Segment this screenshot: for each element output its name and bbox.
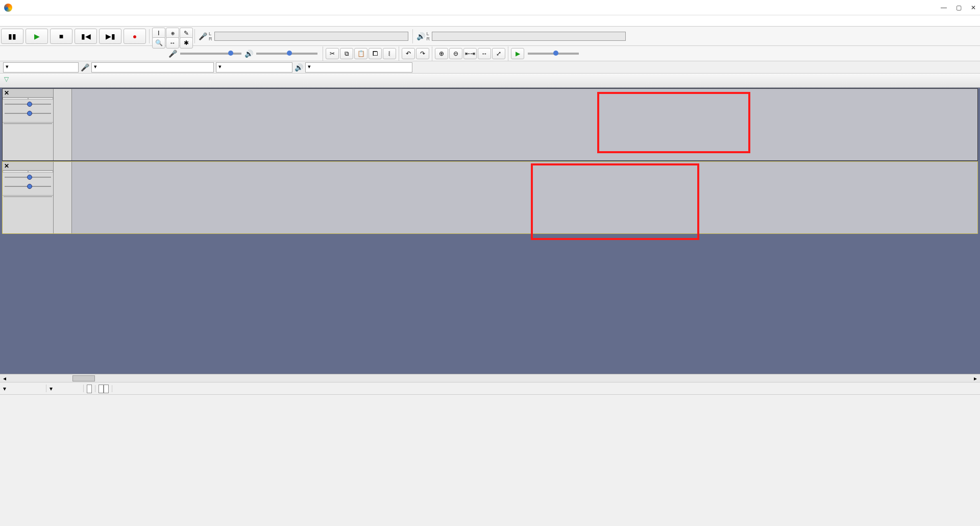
track-1-gain-slider[interactable]	[5, 101, 51, 108]
undo-icon: ↶	[406, 50, 411, 57]
record-button[interactable]: ●	[124, 29, 146, 44]
zoom-tool[interactable]: 🔍	[152, 37, 165, 49]
track-2-solo[interactable]	[28, 171, 54, 173]
timeshift-tool[interactable]: ↔	[166, 37, 179, 49]
zoom-toggle-button[interactable]: ⤢	[492, 48, 505, 59]
track-2-pan-slider[interactable]	[5, 183, 51, 190]
track-2-panel: ✕	[3, 162, 54, 233]
skip-end-button[interactable]: ▶▮	[99, 29, 121, 44]
fit-proj-icon: ↔	[481, 50, 487, 57]
close-button[interactable]: ✕	[971, 4, 976, 11]
play-lr-label: LR	[427, 31, 430, 41]
play-meter-ticks	[432, 32, 625, 40]
undo-button[interactable]: ↶	[402, 48, 415, 59]
zoom-in-icon: ⊕	[439, 50, 444, 57]
audio-position[interactable]	[87, 385, 92, 393]
fit-selection-button[interactable]: ⇤⇥	[463, 48, 477, 59]
cut-button[interactable]: ✂	[326, 48, 339, 59]
copy-button[interactable]: ⧉	[340, 48, 353, 59]
horizontal-scrollbar[interactable]: ◂ ▸	[0, 374, 980, 382]
scroll-right-icon[interactable]: ▸	[974, 375, 977, 382]
track-1-mute[interactable]	[3, 98, 28, 100]
titlebar: ― ▢ ✕	[0, 0, 980, 15]
zoom-out-button[interactable]: ⊖	[449, 48, 462, 59]
menubar	[0, 15, 980, 27]
skip-end-icon: ▶▮	[106, 33, 115, 40]
play-button[interactable]: ▶	[26, 29, 48, 44]
menu-transport[interactable]	[31, 20, 37, 22]
tools-grid: Ⅰ ⎈ ✎ 🔍 ↔ ✱	[152, 27, 192, 45]
trim-icon: ⧠	[372, 50, 378, 57]
play-speed-icon: ▶	[516, 50, 520, 57]
app-logo	[4, 4, 12, 12]
silence-button[interactable]: ⧙	[383, 48, 396, 59]
menu-tracks[interactable]	[38, 20, 44, 22]
mic-vol-icon: 🎤	[168, 50, 177, 57]
skip-start-button[interactable]: ▮◀	[75, 29, 97, 44]
paste-icon: 📋	[357, 50, 365, 57]
pencil-icon: ✎	[184, 30, 189, 37]
zoom-in-button[interactable]: ⊕	[435, 48, 448, 59]
selection-start[interactable]	[99, 385, 104, 393]
track-1: ✕	[2, 88, 978, 161]
minimize-button[interactable]: ―	[941, 4, 947, 11]
track-1-vscale	[54, 89, 72, 160]
sample-rate-select[interactable]: ▾	[3, 385, 43, 392]
speed-slider[interactable]	[528, 53, 579, 55]
silence-icon: ⧙	[388, 50, 391, 57]
menu-edit[interactable]	[9, 20, 15, 22]
stop-button[interactable]: ■	[50, 29, 72, 44]
play-icon: ▶	[34, 33, 40, 40]
menu-file[interactable]	[2, 20, 8, 22]
stop-icon: ■	[59, 33, 63, 40]
menu-view[interactable]	[23, 20, 30, 22]
channels-select[interactable]: ▾	[216, 62, 292, 73]
output-device-select[interactable]: ▾	[305, 62, 412, 73]
zoom-out-icon: ⊖	[453, 50, 458, 57]
track-2-gain-slider[interactable]	[5, 174, 51, 181]
menu-select[interactable]	[16, 20, 22, 22]
menu-tools[interactable]	[66, 20, 72, 22]
pause-button[interactable]: ▮▮	[1, 29, 23, 44]
track-1-close[interactable]: ✕	[4, 89, 10, 97]
track-2-vscale	[54, 162, 72, 233]
timeline-ruler[interactable]: ▽	[0, 74, 980, 88]
recording-meter[interactable]	[214, 32, 408, 41]
audio-host-select[interactable]: ▾	[3, 62, 79, 73]
play-at-speed-button[interactable]: ▶	[511, 48, 524, 59]
multi-tool[interactable]: ✱	[180, 37, 193, 49]
redo-button[interactable]: ↷	[416, 48, 429, 59]
zoom-icon: 🔍	[155, 39, 163, 46]
record-icon: ●	[133, 33, 137, 40]
paste-button[interactable]: 📋	[354, 48, 368, 59]
menu-generate[interactable]	[45, 20, 51, 22]
track-2-select[interactable]	[4, 196, 52, 197]
input-device-select[interactable]: ▾	[91, 62, 214, 73]
fit-project-button[interactable]: ↔	[478, 48, 491, 59]
track-1-pan-slider[interactable]	[5, 110, 51, 117]
skip-start-icon: ▮◀	[81, 33, 91, 40]
playback-meter[interactable]	[432, 32, 626, 41]
snap-select[interactable]: ▾	[50, 385, 80, 392]
selection-end[interactable]	[104, 385, 109, 393]
menu-help[interactable]	[74, 20, 80, 22]
track-1-waveform[interactable]	[72, 89, 977, 160]
track-1-select[interactable]	[4, 123, 52, 124]
speaker-icon: 🔊	[416, 33, 425, 40]
track-2-mute[interactable]	[3, 171, 28, 173]
menu-analyze[interactable]	[59, 20, 65, 22]
menu-effect[interactable]	[52, 20, 58, 22]
ibeam-icon: Ⅰ	[158, 30, 160, 37]
scroll-thumb[interactable]	[72, 375, 95, 381]
play-volume-slider[interactable]	[256, 53, 317, 55]
status-bar	[0, 394, 980, 405]
scroll-left-icon[interactable]: ◂	[3, 375, 6, 382]
track-1-solo[interactable]	[28, 98, 54, 100]
redo-icon: ↷	[420, 50, 425, 57]
track-2-close[interactable]: ✕	[4, 162, 10, 170]
maximize-button[interactable]: ▢	[956, 4, 962, 11]
track-2-waveform[interactable]	[72, 162, 977, 233]
pause-icon: ▮▮	[8, 33, 16, 40]
rec-volume-slider[interactable]	[180, 53, 241, 55]
trim-button[interactable]: ⧠	[369, 48, 382, 59]
